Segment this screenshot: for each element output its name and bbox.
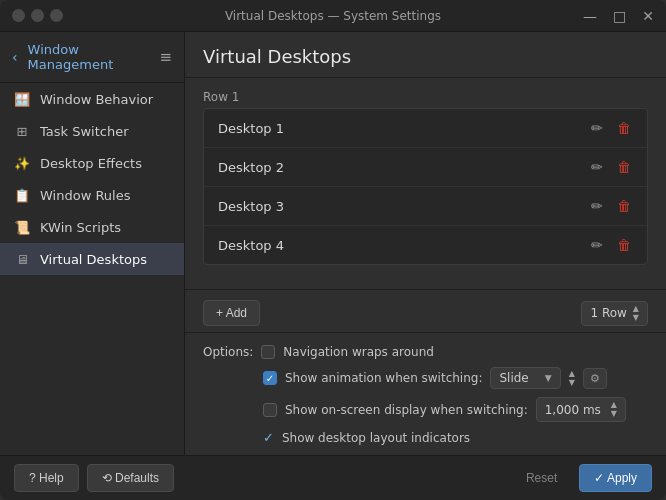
sidebar-item-desktop-effects[interactable]: ✨ Desktop Effects — [0, 147, 184, 179]
defaults-button[interactable]: ⟲ Defaults — [87, 464, 174, 492]
edit-button-2[interactable]: ✏ — [589, 157, 605, 177]
add-button[interactable]: + Add — [203, 300, 260, 326]
delete-button-4[interactable]: 🗑 — [615, 235, 633, 255]
footer: ? Help ⟲ Defaults Reset ✓ Apply — [0, 455, 666, 500]
desktop-list: Desktop 1 ✏ 🗑 Desktop 2 ✏ 🗑 Desktop 3 — [203, 108, 648, 265]
animation-row: Show animation when switching: Slide ▼ ▲… — [263, 363, 648, 393]
sidebar-item-kwin-scripts[interactable]: 📜 KWin Scripts — [0, 211, 184, 243]
nav-wraps-label: Navigation wraps around — [283, 345, 434, 359]
task-switcher-icon: ⊞ — [14, 123, 30, 139]
sidebar-item-label: Window Rules — [40, 188, 130, 203]
back-button[interactable]: ‹ — [12, 49, 18, 65]
sidebar-item-label: KWin Scripts — [40, 220, 121, 235]
window-title: Virtual Desktops — System Settings — [225, 9, 441, 23]
minimize-button[interactable] — [12, 9, 25, 22]
animation-label: Show animation when switching: — [285, 371, 482, 385]
osd-value: 1,000 ms — [545, 403, 601, 417]
main-layout: ‹ Window Management ≡ 🪟 Window Behavior … — [0, 32, 666, 455]
apply-button[interactable]: ✓ Apply — [579, 464, 652, 492]
row-label: Row 1 — [203, 90, 648, 104]
desktop-actions: ✏ 🗑 — [589, 235, 633, 255]
osd-label: Show on-screen display when switching: — [285, 403, 528, 417]
desktop-actions: ✏ 🗑 — [589, 157, 633, 177]
help-button[interactable]: ? Help — [14, 464, 79, 492]
reset-button[interactable]: Reset — [512, 464, 571, 492]
page-title: Virtual Desktops — [203, 46, 351, 67]
table-row: Desktop 4 ✏ 🗑 — [204, 226, 647, 264]
spinner-up[interactable]: ▲ — [633, 305, 639, 313]
sidebar-item-label: Virtual Desktops — [40, 252, 147, 267]
close-icon[interactable]: ✕ — [642, 8, 654, 24]
kwin-scripts-icon: 📜 — [14, 219, 30, 235]
restore-icon[interactable]: □ — [613, 8, 626, 24]
content-body: Row 1 Desktop 1 ✏ 🗑 Desktop 2 ✏ 🗑 — [185, 78, 666, 289]
spinner-down-anim[interactable]: ▼ — [569, 379, 575, 387]
table-row: Desktop 2 ✏ 🗑 — [204, 148, 647, 187]
sidebar-item-task-switcher[interactable]: ⊞ Task Switcher — [0, 115, 184, 147]
layout-row: ✓ Show desktop layout indicators — [263, 426, 648, 449]
checkmark-icon: ✓ — [263, 430, 274, 445]
maximize-button[interactable] — [31, 9, 44, 22]
desktop-actions: ✏ 🗑 — [589, 196, 633, 216]
desktop-effects-icon: ✨ — [14, 155, 30, 171]
spinner-down-osd[interactable]: ▼ — [611, 410, 617, 418]
chevron-down-icon: ▼ — [545, 373, 552, 383]
delete-button-1[interactable]: 🗑 — [615, 118, 633, 138]
osd-ms-input[interactable]: 1,000 ms ▲ ▼ — [536, 397, 626, 422]
animation-settings-button[interactable]: ⚙ — [583, 368, 607, 389]
sidebar-item-window-behavior[interactable]: 🪟 Window Behavior — [0, 83, 184, 115]
content-header: Virtual Desktops — [185, 32, 666, 78]
edit-button-4[interactable]: ✏ — [589, 235, 605, 255]
table-row: Desktop 1 ✏ 🗑 — [204, 109, 647, 148]
nav-wraps-checkbox[interactable] — [261, 345, 275, 359]
spinner-down[interactable]: ▼ — [633, 314, 639, 322]
options-label: Options: — [203, 345, 253, 359]
layout-label: Show desktop layout indicators — [282, 431, 470, 445]
minimize-icon[interactable]: — — [583, 8, 597, 24]
sidebar: ‹ Window Management ≡ 🪟 Window Behavior … — [0, 32, 185, 455]
edit-button-3[interactable]: ✏ — [589, 196, 605, 216]
row-selector: 1 Row ▲ ▼ — [581, 301, 648, 326]
spinner-up-anim[interactable]: ▲ — [569, 370, 575, 378]
spinner-up-osd[interactable]: ▲ — [611, 401, 617, 409]
desktop-name: Desktop 4 — [218, 238, 284, 253]
desktop-name: Desktop 3 — [218, 199, 284, 214]
animation-select[interactable]: Slide ▼ — [490, 367, 560, 389]
window-controls — [12, 9, 63, 22]
animation-spinner: ▲ ▼ — [569, 370, 575, 387]
osd-checkbox[interactable] — [263, 403, 277, 417]
close-button[interactable] — [50, 9, 63, 22]
add-row-bar: + Add 1 Row ▲ ▼ — [185, 289, 666, 332]
footer-right: Reset ✓ Apply — [512, 464, 652, 492]
menu-icon[interactable]: ≡ — [159, 48, 172, 66]
desktop-name: Desktop 1 — [218, 121, 284, 136]
osd-spinner: ▲ ▼ — [611, 401, 617, 418]
osd-row: Show on-screen display when switching: 1… — [263, 393, 648, 426]
options-header-row: Options: Navigation wraps around — [203, 341, 648, 363]
sidebar-item-label: Desktop Effects — [40, 156, 142, 171]
titlebar-right: — □ ✕ — [583, 8, 654, 24]
footer-left: ? Help ⟲ Defaults — [14, 464, 174, 492]
window-rules-icon: 📋 — [14, 187, 30, 203]
animation-checkbox[interactable] — [263, 371, 277, 385]
sidebar-item-window-rules[interactable]: 📋 Window Rules — [0, 179, 184, 211]
desktop-actions: ✏ 🗑 — [589, 118, 633, 138]
desktop-name: Desktop 2 — [218, 160, 284, 175]
edit-button-1[interactable]: ✏ — [589, 118, 605, 138]
sidebar-title: Window Management — [28, 42, 152, 72]
titlebar: Virtual Desktops — System Settings — □ ✕ — [0, 0, 666, 32]
table-row: Desktop 3 ✏ 🗑 — [204, 187, 647, 226]
content-panel: Virtual Desktops Row 1 Desktop 1 ✏ 🗑 Des… — [185, 32, 666, 455]
row-count-label: 1 Row — [590, 306, 626, 320]
delete-button-2[interactable]: 🗑 — [615, 157, 633, 177]
sidebar-item-virtual-desktops[interactable]: 🖥 Virtual Desktops — [0, 243, 184, 275]
options-area: Options: Navigation wraps around Show an… — [185, 332, 666, 455]
sidebar-header: ‹ Window Management ≡ — [0, 32, 184, 83]
virtual-desktops-icon: 🖥 — [14, 251, 30, 267]
window-behavior-icon: 🪟 — [14, 91, 30, 107]
delete-button-3[interactable]: 🗑 — [615, 196, 633, 216]
row-spinner: 1 Row ▲ ▼ — [581, 301, 648, 326]
animation-value: Slide — [499, 371, 528, 385]
spinner-arrows: ▲ ▼ — [633, 305, 639, 322]
sidebar-item-label: Window Behavior — [40, 92, 153, 107]
